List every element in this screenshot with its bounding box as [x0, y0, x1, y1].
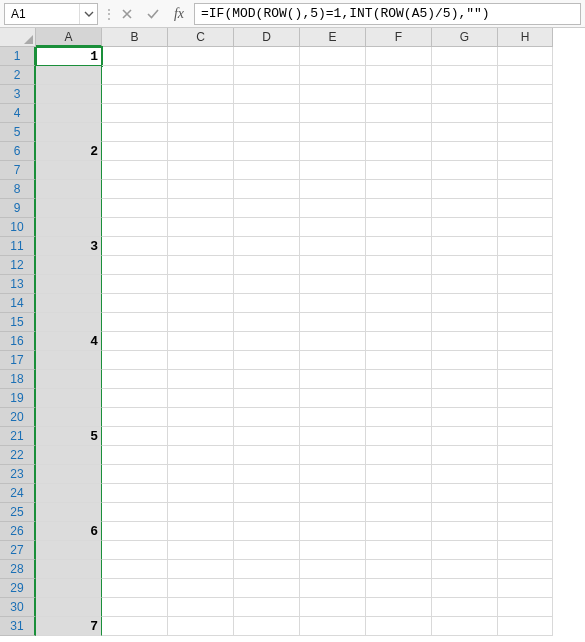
row-header-14[interactable]: 14 — [0, 294, 36, 313]
cell-F24[interactable] — [366, 484, 432, 503]
cell-E5[interactable] — [300, 123, 366, 142]
cell-D5[interactable] — [234, 123, 300, 142]
cell-G3[interactable] — [432, 85, 498, 104]
cell-C25[interactable] — [168, 503, 234, 522]
cell-D23[interactable] — [234, 465, 300, 484]
cell-B24[interactable] — [102, 484, 168, 503]
cell-G25[interactable] — [432, 503, 498, 522]
row-header-20[interactable]: 20 — [0, 408, 36, 427]
cell-H22[interactable] — [498, 446, 553, 465]
cell-B13[interactable] — [102, 275, 168, 294]
cell-C1[interactable] — [168, 47, 234, 66]
cell-H11[interactable] — [498, 237, 553, 256]
row-header-7[interactable]: 7 — [0, 161, 36, 180]
cell-C7[interactable] — [168, 161, 234, 180]
cell-F30[interactable] — [366, 598, 432, 617]
cell-C8[interactable] — [168, 180, 234, 199]
cell-G21[interactable] — [432, 427, 498, 446]
cell-F1[interactable] — [366, 47, 432, 66]
cell-H19[interactable] — [498, 389, 553, 408]
cell-D15[interactable] — [234, 313, 300, 332]
formula-input[interactable] — [194, 3, 581, 25]
cell-F10[interactable] — [366, 218, 432, 237]
cell-D24[interactable] — [234, 484, 300, 503]
cell-D19[interactable] — [234, 389, 300, 408]
cell-C14[interactable] — [168, 294, 234, 313]
cell-D22[interactable] — [234, 446, 300, 465]
cell-F28[interactable] — [366, 560, 432, 579]
cell-C12[interactable] — [168, 256, 234, 275]
row-header-28[interactable]: 28 — [0, 560, 36, 579]
cell-C6[interactable] — [168, 142, 234, 161]
cell-G15[interactable] — [432, 313, 498, 332]
row-header-30[interactable]: 30 — [0, 598, 36, 617]
cell-D18[interactable] — [234, 370, 300, 389]
cell-D26[interactable] — [234, 522, 300, 541]
row-header-2[interactable]: 2 — [0, 66, 36, 85]
cell-G30[interactable] — [432, 598, 498, 617]
cell-B10[interactable] — [102, 218, 168, 237]
cell-D31[interactable] — [234, 617, 300, 636]
cell-B9[interactable] — [102, 199, 168, 218]
cell-D29[interactable] — [234, 579, 300, 598]
cell-D21[interactable] — [234, 427, 300, 446]
cell-D9[interactable] — [234, 199, 300, 218]
cell-D8[interactable] — [234, 180, 300, 199]
name-box[interactable] — [5, 7, 79, 21]
cell-A25[interactable] — [36, 503, 102, 522]
cell-G12[interactable] — [432, 256, 498, 275]
cell-C31[interactable] — [168, 617, 234, 636]
cell-C11[interactable] — [168, 237, 234, 256]
cell-E22[interactable] — [300, 446, 366, 465]
cell-A13[interactable] — [36, 275, 102, 294]
row-header-23[interactable]: 23 — [0, 465, 36, 484]
cell-F2[interactable] — [366, 66, 432, 85]
cell-H31[interactable] — [498, 617, 553, 636]
cell-B27[interactable] — [102, 541, 168, 560]
column-header-C[interactable]: C — [168, 28, 234, 47]
cell-F22[interactable] — [366, 446, 432, 465]
row-header-12[interactable]: 12 — [0, 256, 36, 275]
cell-E31[interactable] — [300, 617, 366, 636]
cell-H29[interactable] — [498, 579, 553, 598]
cell-B11[interactable] — [102, 237, 168, 256]
cell-B25[interactable] — [102, 503, 168, 522]
cell-A9[interactable] — [36, 199, 102, 218]
cell-B16[interactable] — [102, 332, 168, 351]
cell-A26[interactable]: 6 — [36, 522, 102, 541]
cell-H7[interactable] — [498, 161, 553, 180]
cell-C5[interactable] — [168, 123, 234, 142]
insert-function-button[interactable]: fx — [168, 6, 190, 22]
cell-H17[interactable] — [498, 351, 553, 370]
cell-H5[interactable] — [498, 123, 553, 142]
cell-E8[interactable] — [300, 180, 366, 199]
cell-G24[interactable] — [432, 484, 498, 503]
cell-C16[interactable] — [168, 332, 234, 351]
column-header-B[interactable]: B — [102, 28, 168, 47]
row-header-29[interactable]: 29 — [0, 579, 36, 598]
row-header-31[interactable]: 31 — [0, 617, 36, 636]
cell-E24[interactable] — [300, 484, 366, 503]
cell-E29[interactable] — [300, 579, 366, 598]
cell-D28[interactable] — [234, 560, 300, 579]
cell-E27[interactable] — [300, 541, 366, 560]
cell-E7[interactable] — [300, 161, 366, 180]
row-header-27[interactable]: 27 — [0, 541, 36, 560]
cell-E26[interactable] — [300, 522, 366, 541]
cell-D16[interactable] — [234, 332, 300, 351]
cell-G14[interactable] — [432, 294, 498, 313]
cell-A21[interactable]: 5 — [36, 427, 102, 446]
cell-A22[interactable] — [36, 446, 102, 465]
select-all-corner[interactable] — [0, 28, 36, 47]
cell-A2[interactable] — [36, 66, 102, 85]
cell-G11[interactable] — [432, 237, 498, 256]
cell-C20[interactable] — [168, 408, 234, 427]
cell-B7[interactable] — [102, 161, 168, 180]
cell-H18[interactable] — [498, 370, 553, 389]
cell-A31[interactable]: 7 — [36, 617, 102, 636]
cell-B29[interactable] — [102, 579, 168, 598]
cell-D2[interactable] — [234, 66, 300, 85]
row-header-1[interactable]: 1 — [0, 47, 36, 66]
cell-D27[interactable] — [234, 541, 300, 560]
cell-H28[interactable] — [498, 560, 553, 579]
